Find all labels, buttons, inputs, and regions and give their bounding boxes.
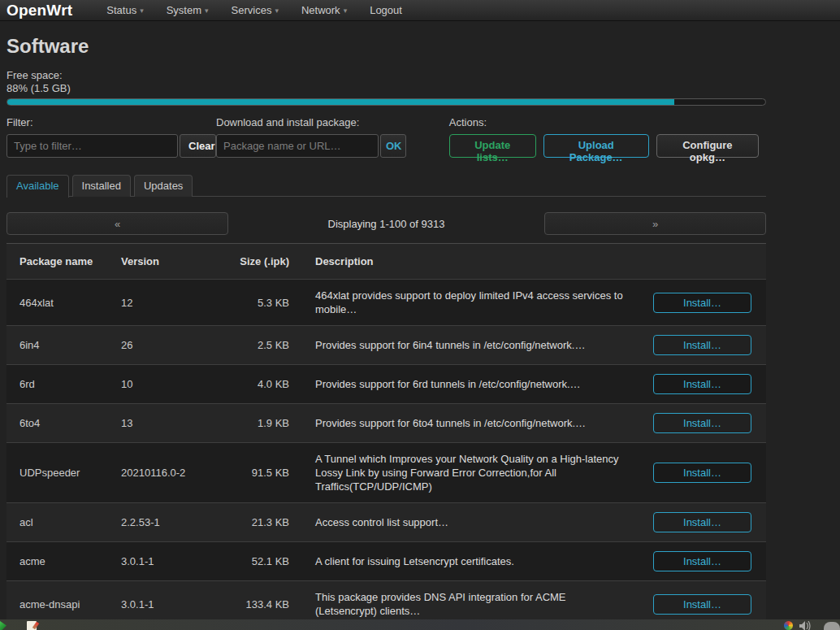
package-size: 2.5 KB <box>239 326 289 365</box>
package-name: 6to4 <box>6 404 121 443</box>
table-row: 6to4 13 1.9 KB Provides support for 6to4… <box>6 404 766 443</box>
package-size: 21.3 KB <box>239 503 289 542</box>
tray-network-icon[interactable] <box>784 621 793 630</box>
package-description: A client for issuing Letsencrypt certifi… <box>289 542 644 581</box>
tray-overflow-icon[interactable] <box>824 622 840 630</box>
install-button[interactable]: Install… <box>653 335 751 355</box>
taskbar <box>0 619 840 630</box>
prev-page-button[interactable]: « <box>6 212 228 235</box>
package-version: 12 <box>121 280 239 326</box>
column-package-name: Package name <box>6 244 121 280</box>
next-page-button[interactable]: » <box>544 212 766 235</box>
package-name: acme <box>6 542 121 581</box>
actions-label: Actions: <box>449 116 766 128</box>
nav-services[interactable]: Services▾ <box>220 4 290 16</box>
tab-available[interactable]: Available <box>6 175 69 198</box>
package-name: 464xlat <box>6 280 121 326</box>
column-version: Version <box>121 244 239 280</box>
chevron-down-icon: ▾ <box>140 7 144 15</box>
nav-network[interactable]: Network▾ <box>290 4 358 16</box>
package-version: 2.2.53-1 <box>121 503 239 542</box>
table-row: acl 2.2.53-1 21.3 KB Access control list… <box>6 503 766 542</box>
filter-input[interactable] <box>6 134 178 158</box>
chevron-down-icon: ▾ <box>344 7 348 15</box>
free-space-progressbar <box>6 98 766 106</box>
package-table: Package name Version Size (.ipk) Descrip… <box>6 243 766 627</box>
package-version: 26 <box>121 326 239 365</box>
nav-system[interactable]: System▾ <box>155 4 220 16</box>
app-icon[interactable] <box>0 621 6 630</box>
package-url-input[interactable] <box>216 134 379 158</box>
package-size: 1.9 KB <box>239 404 289 443</box>
install-button[interactable]: Install… <box>653 374 751 394</box>
chevron-down-icon: ▾ <box>275 7 279 15</box>
filter-label: Filter: <box>6 116 216 128</box>
install-button[interactable]: Install… <box>653 594 751 615</box>
column-description: Description <box>289 244 644 280</box>
top-navbar: OpenWrt Status▾ System▾ Services▾ Networ… <box>0 0 840 21</box>
table-row: 464xlat 12 5.3 KB 464xlat provides suppo… <box>6 280 766 326</box>
package-description: Provides support for 6to4 tunnels in /et… <box>289 404 644 443</box>
clear-button[interactable]: Clear <box>180 134 216 158</box>
package-size: 4.0 KB <box>239 365 289 404</box>
install-button[interactable]: Install… <box>653 413 751 433</box>
table-row: UDPspeeder 20210116.0-2 91.5 KB A Tunnel… <box>6 443 766 503</box>
column-size: Size (.ipk) <box>239 244 289 280</box>
download-label: Download and install package: <box>216 116 414 128</box>
nav-status[interactable]: Status▾ <box>95 4 154 16</box>
install-button[interactable]: Install… <box>653 293 751 313</box>
package-name: acl <box>6 503 121 542</box>
free-space-value: 88% (1.5 GB) <box>6 82 766 95</box>
upload-package-button[interactable]: Upload Package… <box>543 134 649 158</box>
package-description: Provides support for 6rd tunnels in /etc… <box>289 365 644 404</box>
package-size: 52.1 KB <box>239 542 289 581</box>
tab-installed[interactable]: Installed <box>72 175 131 197</box>
package-version: 20210116.0-2 <box>121 443 239 503</box>
free-space-bar-fill <box>7 99 674 105</box>
page-title: Software <box>6 35 766 58</box>
install-button[interactable]: Install… <box>653 551 751 571</box>
package-version: 13 <box>121 404 239 443</box>
table-row: acme 3.0.1-1 52.1 KB A client for issuin… <box>6 542 766 581</box>
free-space-label: Free space: <box>6 69 766 82</box>
package-table-body: 464xlat 12 5.3 KB 464xlat provides suppo… <box>6 280 766 628</box>
package-name: 6rd <box>6 365 121 404</box>
controls-row: Filter: Clear Download and install packa… <box>6 116 766 158</box>
package-description: Provides support for 6in4 tunnels in /et… <box>289 326 644 365</box>
package-description: 464xlat provides support to deploy limit… <box>289 280 644 326</box>
pagination: « Displaying 1-100 of 9313 » <box>6 212 766 235</box>
configure-opkg-button[interactable]: Configure opkg… <box>656 134 759 158</box>
pagination-status: Displaying 1-100 of 9313 <box>228 218 544 230</box>
package-description: A Tunnel which Improves your Network Qua… <box>289 443 644 503</box>
table-header-row: Package name Version Size (.ipk) Descrip… <box>6 244 766 280</box>
package-name: UDPspeeder <box>6 443 121 503</box>
chevron-down-icon: ▾ <box>205 7 209 15</box>
install-button[interactable]: Install… <box>653 463 751 483</box>
update-lists-button[interactable]: Update lists… <box>449 134 536 158</box>
column-install <box>644 244 766 280</box>
package-version: 10 <box>121 365 239 404</box>
package-version: 3.0.1-1 <box>121 542 239 581</box>
volume-icon[interactable] <box>799 621 811 630</box>
table-row: 6rd 10 4.0 KB Provides support for 6rd t… <box>6 365 766 404</box>
tab-updates[interactable]: Updates <box>134 175 193 197</box>
ok-button[interactable]: OK <box>380 134 406 158</box>
package-description: Access control list support… <box>289 503 644 542</box>
package-size: 91.5 KB <box>239 443 289 503</box>
install-button[interactable]: Install… <box>653 512 751 532</box>
package-name: 6in4 <box>6 326 121 365</box>
table-row: 6in4 26 2.5 KB Provides support for 6in4… <box>6 326 766 365</box>
notepad-icon[interactable] <box>27 621 37 630</box>
openwrt-brand: OpenWrt <box>6 2 72 20</box>
nav-logout[interactable]: Logout <box>358 4 414 16</box>
package-tabs: Available Installed Updates <box>6 175 766 197</box>
package-size: 5.3 KB <box>239 280 289 326</box>
